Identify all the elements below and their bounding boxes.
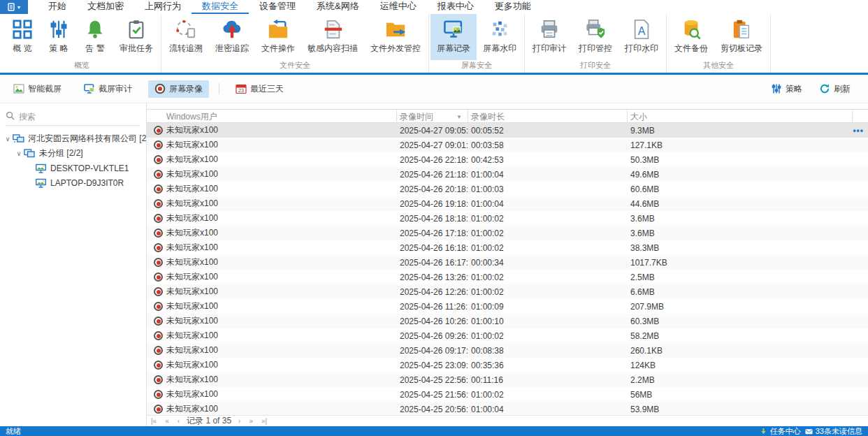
unread-messages-button[interactable]: 33条未读信息 (805, 426, 862, 436)
cell-size: 1017.7KB (628, 258, 853, 268)
table-row[interactable]: 未知玩家x1002025-04-26 16:18:3101:00:0238.3M… (147, 240, 868, 255)
toolbar-button[interactable]: 23最近三天 (229, 80, 290, 98)
ribbon-button[interactable]: 泄密追踪 (209, 14, 255, 60)
ribbon-button[interactable]: 文件备份 (668, 14, 714, 60)
chevron-down-icon[interactable]: ∨ (3, 136, 13, 143)
menu-tab-6[interactable]: 系统&网络 (306, 0, 370, 14)
app-window: ▼ 开始文档加密上网行为数据安全设备管理系统&网络运维中心报表中心更多功能 概 … (0, 0, 868, 436)
refresh-button[interactable]: 刷新 (813, 80, 857, 98)
toolbar-button[interactable]: 智能截屏 (7, 80, 68, 98)
print-watermark-icon: A (630, 18, 653, 41)
ribbon-button[interactable]: 敏感内容扫描 (301, 14, 364, 60)
table-row[interactable]: 未知玩家x1002025-04-26 13:26:4801:00:022.5MB… (147, 270, 868, 284)
table-row[interactable]: 未知玩家x1002025-04-25 21:56:5401:00:0256MB•… (147, 387, 868, 402)
next-page-button[interactable]: › (237, 417, 242, 425)
ribbon-button[interactable]: 屏幕记录 (431, 14, 477, 60)
status-bar: 就绪 任务中心 33条未读信息 (0, 426, 868, 436)
device-icon (35, 178, 47, 188)
row-actions-button[interactable]: ••• (853, 126, 868, 136)
menu-tab-5[interactable]: 设备管理 (249, 0, 306, 14)
cell-time: 2025-04-27 09:01:34 (397, 140, 468, 150)
ribbon-button[interactable]: 审批任务 (113, 14, 159, 60)
cell-size: 60.3MB (628, 317, 853, 326)
fast-prev-button[interactable]: « (164, 417, 171, 425)
ribbon-button[interactable]: 策 略 (41, 14, 77, 60)
menu-tab-3[interactable]: 上网行为 (134, 0, 191, 14)
policy-button[interactable]: 策略 (765, 80, 809, 98)
toolbar-button[interactable]: 截屏审计 (78, 80, 138, 98)
column-header-time[interactable]: 录像时间▼ (397, 110, 468, 124)
tree-item[interactable]: ∨河北安固云网络科技有限公司 [2/2] (0, 131, 146, 146)
record-icon (154, 155, 163, 164)
view-toolbar-left: 智能截屏截屏审计屏幕录像23最近三天 (7, 80, 300, 98)
menu-tab-2[interactable]: 文档加密 (77, 0, 134, 14)
cell-record-icon (147, 331, 164, 340)
table-row[interactable]: 未知玩家x1002025-04-25 22:56:5700:11:162.2MB… (147, 372, 868, 387)
task-center-button[interactable]: 任务中心 (760, 426, 801, 436)
cell-size: 9.3MB (628, 126, 853, 136)
table-row[interactable]: 未知玩家x1002025-04-26 10:26:2401:00:1060.3M… (147, 314, 868, 328)
app-menu-button[interactable]: ▼ (0, 0, 28, 14)
table-row[interactable]: 未知玩家x1002025-04-26 12:26:4501:00:026.6MB… (147, 284, 868, 299)
table-row[interactable]: 未知玩家x1002025-04-25 20:56:4901:00:0453.9M… (147, 402, 868, 415)
tree-item[interactable]: LAPTOP-D9J3IT0R (0, 175, 146, 190)
column-header-duration[interactable]: 录像时长 (468, 110, 628, 124)
fast-next-button[interactable]: » (247, 417, 254, 425)
table-row[interactable]: 未知玩家x1002025-04-26 20:18:4401:00:0360.6M… (147, 182, 868, 196)
column-header-size[interactable]: 大小 (628, 110, 853, 124)
ribbon-button[interactable]: 流转追溯 (163, 14, 209, 60)
table-row[interactable]: 未知玩家x1002025-04-26 09:17:0700:08:38260.1… (147, 343, 868, 358)
table-row[interactable]: 未知玩家x1002025-04-26 22:18:5200:42:5350.3M… (147, 152, 868, 167)
table-row[interactable]: 未知玩家x1002025-04-26 17:18:3401:00:023.6MB… (147, 226, 868, 240)
record-icon (154, 214, 163, 223)
menu-tab-1[interactable]: 开始 (38, 0, 77, 14)
menu-tab-7[interactable]: 运维中心 (370, 0, 427, 14)
ribbon-button[interactable]: 概 览 (4, 14, 41, 60)
table-row[interactable]: 未知玩家x1002025-04-25 23:09:3200:35:36124KB… (147, 358, 868, 372)
menu-tab-8[interactable]: 报表中心 (427, 0, 484, 14)
cell-record-icon (147, 214, 164, 223)
chevron-down-icon: ▼ (17, 5, 22, 10)
filter-dropdown-icon[interactable]: ▼ (456, 114, 465, 120)
ribbon-button[interactable]: 告 警 (77, 14, 113, 60)
toolbar-button[interactable]: 屏幕录像 (148, 80, 209, 98)
ribbon-button[interactable]: 文件外发管控 (364, 14, 427, 60)
cell-duration: 00:05:52 (468, 126, 628, 136)
column-header-user[interactable]: Windows用户 (164, 110, 397, 124)
menu-tab-9[interactable]: 更多功能 (484, 0, 542, 14)
last-page-button[interactable]: »| (260, 417, 268, 425)
table-row[interactable]: 未知玩家x1002025-04-27 09:05:4500:05:529.3MB… (147, 123, 868, 138)
menu-tab-4[interactable]: 数据安全 (191, 0, 249, 14)
company-icon (13, 134, 24, 144)
tree-item[interactable]: ∨未分组 [2/2] (0, 146, 146, 161)
ribbon-button[interactable]: 打印管控 (572, 14, 619, 60)
record-icon (154, 390, 163, 399)
cell-record-icon (147, 405, 164, 414)
table-row[interactable]: 未知玩家x1002025-04-26 11:26:3501:00:09207.9… (147, 299, 868, 314)
chevron-down-icon[interactable]: ∨ (14, 150, 24, 157)
ribbon-button[interactable]: A打印水印 (619, 14, 665, 60)
prev-page-button[interactable]: ‹ (176, 417, 181, 425)
cell-record-icon (147, 155, 164, 164)
table-row[interactable]: 未知玩家x1002025-04-26 21:18:4701:00:0449.6M… (147, 167, 868, 182)
table-row[interactable]: 未知玩家x1002025-04-26 18:18:3701:00:023.6MB… (147, 211, 868, 226)
ribbon-button[interactable]: 剪切板记录 (714, 14, 769, 60)
ribbon-group-label: 打印安全 (526, 60, 665, 73)
table-row[interactable]: 未知玩家x1002025-04-26 16:17:4500:00:341017.… (147, 255, 868, 270)
first-page-button[interactable]: |« (150, 417, 158, 425)
leak-track-cloud-icon (221, 18, 243, 41)
tree-item[interactable]: DESKTOP-VLKTLE1 (0, 161, 146, 175)
search-input[interactable] (19, 112, 140, 122)
table-row[interactable]: 未知玩家x1002025-04-26 19:18:3901:00:0444.6M… (147, 196, 868, 211)
cell-duration: 01:00:09 (468, 302, 628, 312)
ribbon-button[interactable]: 文件操作 (255, 14, 301, 60)
cell-user: 未知玩家x100 (164, 286, 397, 298)
pagination-bar: |« « ‹ 记录 1 of 35 › » »| (147, 415, 868, 426)
ribbon-group-buttons: 流转追溯泄密追踪文件操作敏感内容扫描文件外发管控 (163, 14, 427, 60)
ribbon-group: 打印审计打印管控A打印水印打印安全 (525, 14, 667, 73)
cell-duration: 00:03:58 (468, 140, 628, 150)
ribbon-button[interactable]: 屏幕水印 (477, 14, 523, 60)
ribbon-button[interactable]: 打印审计 (526, 14, 572, 60)
table-row[interactable]: 未知玩家x1002025-04-27 09:01:3400:03:58127.1… (147, 138, 868, 152)
table-row[interactable]: 未知玩家x1002025-04-26 09:26:2201:00:0258.2M… (147, 328, 868, 343)
